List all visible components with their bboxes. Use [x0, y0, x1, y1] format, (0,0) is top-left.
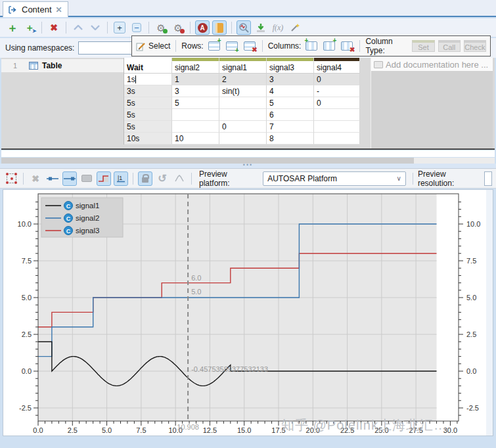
- preview-platform-select[interactable]: AUTOSAR Platform ∨: [263, 171, 406, 186]
- clear-preview-icon[interactable]: ✖: [28, 171, 43, 186]
- table-cell[interactable]: 3: [172, 85, 219, 97]
- empty-strip: [1, 150, 495, 157]
- column-type-set-button[interactable]: Set: [412, 40, 434, 52]
- table-cell[interactable]: [314, 133, 360, 145]
- import-icon[interactable]: [254, 20, 268, 35]
- table-cell[interactable]: 0: [219, 121, 267, 133]
- table-cell[interactable]: 5s: [124, 97, 172, 109]
- preview-resolution-input[interactable]: [484, 171, 492, 186]
- row-delete-icon[interactable]: ✖: [242, 39, 257, 53]
- signal-preview-icon[interactable]: [237, 20, 251, 35]
- cursor-x-label: 10.908: [177, 423, 199, 431]
- y-tick-label-right: -2.5: [466, 404, 479, 412]
- add-icon[interactable]: ＋: [5, 20, 20, 35]
- row-insert-below-icon[interactable]: +: [225, 39, 239, 53]
- table-cell[interactable]: 3: [267, 74, 314, 85]
- table-cell[interactable]: 5s: [124, 109, 172, 121]
- col-insert-right-icon[interactable]: +: [322, 39, 336, 53]
- table-cell[interactable]: [219, 109, 267, 121]
- documentation-panel: Add documentation here ...: [371, 58, 493, 148]
- move-down-icon[interactable]: [88, 20, 102, 35]
- watermark: 知乎 @Polelink上海北汇…: [281, 416, 447, 434]
- documentation-placeholder-row[interactable]: Add documentation here ...: [371, 58, 493, 71]
- namespaces-label: Using namespaces:: [5, 43, 74, 53]
- table-cell[interactable]: [314, 109, 360, 121]
- table-cell[interactable]: [172, 109, 219, 121]
- table-cell[interactable]: [172, 121, 219, 133]
- legend-label: signal3: [76, 227, 99, 235]
- step-mode-icon[interactable]: [97, 171, 111, 186]
- column-header-wait[interactable]: Wait: [124, 62, 172, 74]
- lock-icon[interactable]: [138, 171, 152, 186]
- table-cell[interactable]: 0: [314, 97, 360, 109]
- table-cell[interactable]: 10: [172, 133, 219, 145]
- table-cell[interactable]: [314, 121, 360, 133]
- y-tick-label-right: 0.0: [466, 367, 476, 375]
- table-cell[interactable]: 4: [267, 85, 314, 97]
- annotation-a-icon[interactable]: A: [195, 20, 210, 35]
- column-type-call-button[interactable]: Call: [438, 40, 461, 52]
- table-cell[interactable]: [219, 97, 267, 109]
- col-insert-left-icon[interactable]: +: [304, 39, 319, 53]
- table-cell[interactable]: 1: [172, 74, 219, 85]
- splitter-handle[interactable]: •••: [0, 164, 496, 168]
- table-cell[interactable]: 7: [267, 121, 314, 133]
- table-cell[interactable]: 10s: [124, 133, 172, 145]
- table-editor-panel: 1 Table Waitsignal2signal1signal3signal4…: [1, 58, 495, 148]
- table-cell[interactable]: 0: [314, 74, 360, 85]
- row-insert-above-icon[interactable]: +: [207, 39, 221, 53]
- collapse-all-icon[interactable]: −: [129, 20, 144, 35]
- column-header-signal2[interactable]: signal2: [172, 62, 219, 74]
- notebook-icon[interactable]: [212, 20, 227, 35]
- table-cell[interactable]: -: [314, 85, 360, 97]
- column-type-label: Column Type:: [365, 37, 409, 55]
- select-button[interactable]: Select: [136, 41, 170, 51]
- table-cell[interactable]: 3s: [124, 85, 172, 97]
- y-tick-label-left: 2.5: [22, 330, 32, 338]
- table-cell[interactable]: 5: [267, 97, 314, 109]
- col-delete-icon[interactable]: ✖: [340, 39, 354, 53]
- table-cell[interactable]: 5s: [124, 121, 172, 133]
- undo-icon[interactable]: ↺: [155, 171, 169, 186]
- scrollbar-thumb[interactable]: [1, 158, 414, 164]
- tab-title: Content: [22, 5, 52, 14]
- move-up-icon[interactable]: [71, 20, 85, 35]
- tab-close-icon[interactable]: ✕: [56, 5, 62, 14]
- table-cell[interactable]: [219, 133, 267, 145]
- y-tick-label-right: 5.0: [466, 294, 476, 302]
- display-icon[interactable]: [79, 171, 94, 186]
- legend-badge-letter: C: [66, 228, 71, 235]
- line-markers-icon[interactable]: [45, 171, 60, 186]
- settings-gear-green-icon[interactable]: ⚙: [154, 20, 168, 35]
- single-axis-icon[interactable]: |1: [114, 171, 128, 186]
- add-import-icon[interactable]: ＋➤: [22, 20, 37, 35]
- table-cell[interactable]: 2: [219, 74, 267, 85]
- y-tick-label-right: 10.0: [466, 220, 480, 228]
- table-edit-toolbar: Select Rows: + + ✖ Columns: + + ✖ Column…: [131, 35, 491, 56]
- column-type-check-button[interactable]: Check: [464, 40, 486, 52]
- function-icon[interactable]: f(x): [271, 20, 285, 35]
- cursor-value-annotation: 5.0: [191, 288, 201, 296]
- wand-icon[interactable]: [288, 20, 302, 35]
- y-tick-label-left: 7.5: [22, 257, 32, 265]
- delete-icon[interactable]: ✖: [47, 20, 61, 35]
- table-cell[interactable]: 8: [267, 133, 314, 145]
- tab-content[interactable]: Content ✕: [3, 1, 68, 17]
- chart-right-gutter: [486, 190, 493, 436]
- column-header-signal4[interactable]: signal4: [314, 62, 360, 74]
- column-header-signal1[interactable]: signal1: [219, 62, 267, 74]
- table-cell[interactable]: 1s: [124, 74, 172, 85]
- signal-preview-chart[interactable]: 0.02.55.07.510.012.515.017.520.022.525.0…: [3, 190, 493, 436]
- tab-bar: Content ✕: [0, 0, 496, 17]
- column-header-signal3[interactable]: signal3: [267, 62, 314, 74]
- table-cell[interactable]: 6: [267, 109, 314, 121]
- expand-all-icon[interactable]: +: [112, 20, 127, 35]
- table-cell[interactable]: 5: [172, 97, 219, 109]
- line-markers-active-icon[interactable]: [62, 171, 77, 186]
- select-label: Select: [148, 41, 170, 51]
- tree-row-table[interactable]: 1 Table: [1, 59, 124, 72]
- fit-view-icon[interactable]: [4, 171, 18, 186]
- peak-icon[interactable]: [172, 171, 187, 186]
- settings-gear-red-icon[interactable]: ⚙: [171, 20, 185, 35]
- table-cell[interactable]: sin(t): [219, 85, 267, 97]
